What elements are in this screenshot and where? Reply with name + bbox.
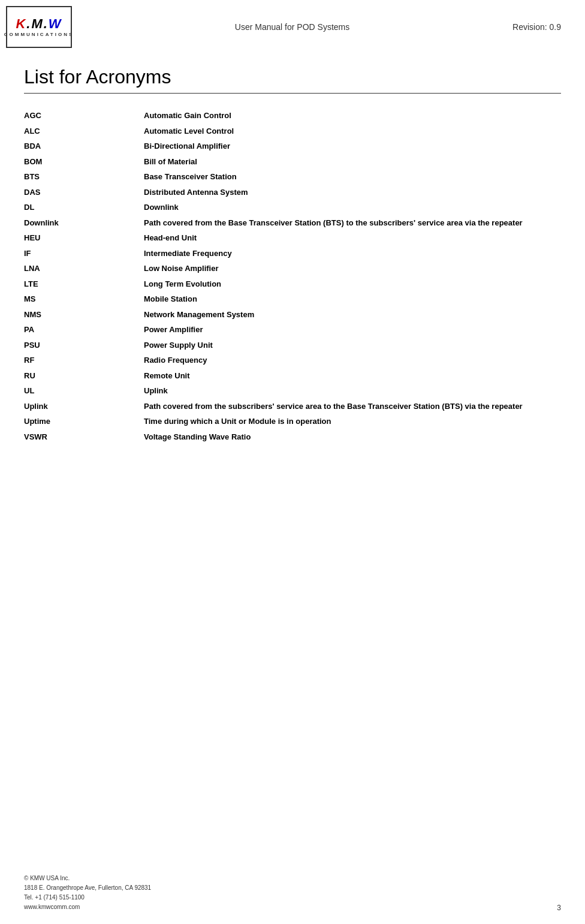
table-row: VSWRVoltage Standing Wave Ratio bbox=[24, 429, 561, 445]
logo-container: K.M.W COMMUNICATIONS bbox=[6, 6, 72, 48]
header-title: User Manual for POD Systems bbox=[72, 22, 512, 32]
acronym-definition: Automatic Level Control bbox=[144, 124, 561, 139]
acronym-abbr: LTE bbox=[24, 276, 144, 292]
acronym-definition: Head-end Unit bbox=[144, 230, 561, 246]
acronym-definition: Low Noise Amplifier bbox=[144, 261, 561, 276]
acronym-abbr: VSWR bbox=[24, 429, 144, 445]
acronym-abbr: HEU bbox=[24, 230, 144, 246]
acronym-definition: Bi-Directional Amplifier bbox=[144, 139, 561, 154]
acronym-definition: Power Supply Unit bbox=[144, 338, 561, 353]
table-row: HEUHead-end Unit bbox=[24, 230, 561, 246]
table-row: MSMobile Station bbox=[24, 291, 561, 307]
table-row: NMSNetwork Management System bbox=[24, 307, 561, 323]
acronym-abbr: PA bbox=[24, 322, 144, 338]
acronym-abbr: Uplink bbox=[24, 399, 144, 414]
title-divider bbox=[24, 93, 561, 94]
logo-box: K.M.W COMMUNICATIONS bbox=[6, 6, 72, 48]
acronym-abbr: BOM bbox=[24, 154, 144, 170]
acronym-definition: Bill of Material bbox=[144, 154, 561, 170]
page-header: K.M.W COMMUNICATIONS User Manual for POD… bbox=[0, 0, 585, 54]
acronym-definition: Voltage Standing Wave Ratio bbox=[144, 429, 561, 445]
table-row: RFRadio Frequency bbox=[24, 353, 561, 368]
acronym-abbr: MS bbox=[24, 291, 144, 307]
acronym-definition: Long Term Evolution bbox=[144, 276, 561, 292]
acronym-abbr: DL bbox=[24, 200, 144, 215]
header-revision: Revision: 0.9 bbox=[512, 22, 561, 32]
table-row: DownlinkPath covered from the Base Trans… bbox=[24, 215, 561, 231]
table-row: ALCAutomatic Level Control bbox=[24, 124, 561, 139]
acronym-abbr: LNA bbox=[24, 261, 144, 276]
acronym-abbr: NMS bbox=[24, 307, 144, 323]
acronym-definition: Remote Unit bbox=[144, 368, 561, 384]
acronym-definition: Radio Frequency bbox=[144, 353, 561, 368]
acronym-abbr: Uptime bbox=[24, 414, 144, 429]
footer-web: www.kmwcomm.com bbox=[24, 902, 151, 912]
acronym-abbr: AGC bbox=[24, 108, 144, 124]
acronym-definition: Downlink bbox=[144, 200, 561, 215]
table-row: LTELong Term Evolution bbox=[24, 276, 561, 292]
footer-left: © KMW USA Inc. 1818 E. Orangethrope Ave,… bbox=[24, 874, 151, 912]
acronym-abbr: ALC bbox=[24, 124, 144, 139]
table-row: LNALow Noise Amplifier bbox=[24, 261, 561, 276]
table-row: UptimeTime during which a Unit or Module… bbox=[24, 414, 561, 429]
table-row: UplinkPath covered from the subscribers'… bbox=[24, 399, 561, 414]
table-row: BTSBase Transceiver Station bbox=[24, 169, 561, 185]
acronym-definition: Uplink bbox=[144, 383, 561, 399]
acronym-definition: Power Amplifier bbox=[144, 322, 561, 338]
acronym-definition: Time during which a Unit or Module is in… bbox=[144, 414, 561, 429]
acronym-definition: Automatic Gain Control bbox=[144, 108, 561, 124]
table-row: IFIntermediate Frequency bbox=[24, 246, 561, 261]
page-content: List for Acronyms AGCAutomatic Gain Cont… bbox=[0, 54, 585, 456]
acronym-definition: Path covered from the subscribers' servi… bbox=[144, 399, 561, 414]
acronym-abbr: BTS bbox=[24, 169, 144, 185]
acronym-abbr: UL bbox=[24, 383, 144, 399]
acronym-abbr: Downlink bbox=[24, 215, 144, 231]
acronym-definition: Distributed Antenna System bbox=[144, 185, 561, 200]
footer-copyright: © KMW USA Inc. bbox=[24, 874, 151, 883]
logo-kmw: K.M.W bbox=[16, 17, 62, 31]
acronym-definition: Intermediate Frequency bbox=[144, 246, 561, 261]
footer-address: 1818 E. Orangethrope Ave, Fullerton, CA … bbox=[24, 883, 151, 893]
footer-tel: Tel. +1 (714) 515-1100 bbox=[24, 893, 151, 902]
acronym-abbr: PSU bbox=[24, 338, 144, 353]
table-row: BDABi-Directional Amplifier bbox=[24, 139, 561, 154]
acronym-abbr: IF bbox=[24, 246, 144, 261]
table-row: PSUPower Supply Unit bbox=[24, 338, 561, 353]
page-title: List for Acronyms bbox=[24, 66, 561, 88]
acronym-definition: Mobile Station bbox=[144, 291, 561, 307]
acronym-definition: Network Management System bbox=[144, 307, 561, 323]
acronym-definition: Base Transceiver Station bbox=[144, 169, 561, 185]
table-row: DASDistributed Antenna System bbox=[24, 185, 561, 200]
table-row: AGCAutomatic Gain Control bbox=[24, 108, 561, 124]
acronym-table: AGCAutomatic Gain ControlALCAutomatic Le… bbox=[24, 108, 561, 444]
footer-page-number: 3 bbox=[557, 904, 561, 912]
acronym-definition: Path covered from the Base Transceiver S… bbox=[144, 215, 561, 231]
logo-comm: COMMUNICATIONS bbox=[4, 32, 74, 37]
table-row: PAPower Amplifier bbox=[24, 322, 561, 338]
table-row: ULUplink bbox=[24, 383, 561, 399]
acronym-abbr: DAS bbox=[24, 185, 144, 200]
table-row: BOMBill of Material bbox=[24, 154, 561, 170]
acronym-abbr: BDA bbox=[24, 139, 144, 154]
page-footer: © KMW USA Inc. 1818 E. Orangethrope Ave,… bbox=[24, 874, 561, 912]
acronym-abbr: RU bbox=[24, 368, 144, 384]
acronym-abbr: RF bbox=[24, 353, 144, 368]
table-row: DLDownlink bbox=[24, 200, 561, 215]
table-row: RURemote Unit bbox=[24, 368, 561, 384]
